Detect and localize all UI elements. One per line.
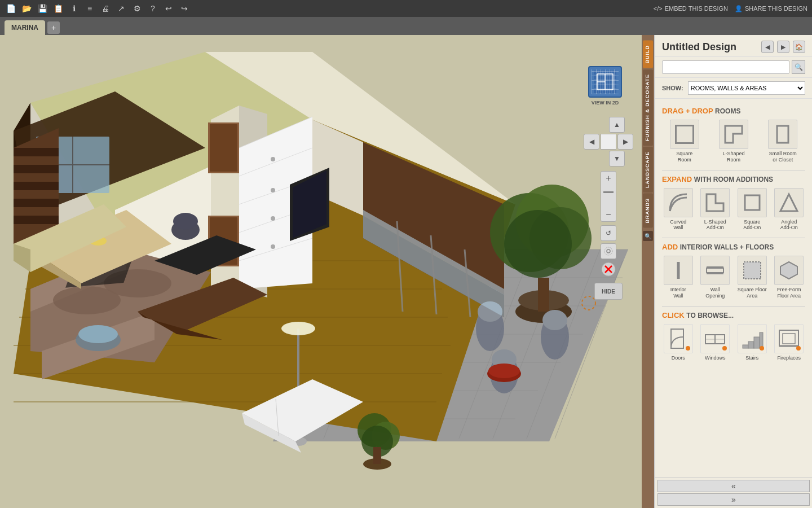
gear-icon [603,246,614,256]
svg-rect-90 [14,148,59,156]
help-icon[interactable]: ? [147,2,159,15]
square-room-shape [675,125,694,144]
windows-item[interactable]: Windows [699,324,732,361]
square-addon-label: SquareAdd-On [743,219,761,231]
save-icon[interactable]: 💾 [36,2,48,15]
zoom-slider[interactable]: + − [601,171,616,222]
small-room-item[interactable]: Small Roomor Closet [761,120,805,163]
panel-title: Untitled Design [662,41,736,53]
panel-search: 🔍 [655,57,812,78]
panel-search-input[interactable] [662,60,789,74]
search-tab[interactable]: 🔍 [643,231,653,241]
embed-btn[interactable]: </> EMBED THIS DESIGN [654,5,728,12]
square-room-item[interactable]: SquareRoom [662,120,707,163]
show-dropdown[interactable]: ROOMS, WALLS & AREAS [688,81,805,95]
freeform-floor-label: Free-FormFloor Area [777,287,801,299]
tab-name: MARINA [11,24,38,32]
svg-rect-91 [14,165,59,173]
fireplace-orange-dot [796,346,801,351]
furnish-tab[interactable]: FURNISH & DECORATE [643,69,653,146]
interior-grid: InteriorWall WallOpening [662,256,805,299]
square-addon-shape [742,192,763,213]
panel-expand-button[interactable]: » [657,493,810,506]
panel-content: DRAG + DROP ROOMS SquareRoom [655,99,812,477]
build-tab[interactable]: BUILD [643,41,653,68]
brands-tab[interactable]: BRANDS [643,194,653,228]
panel-bottom-buttons: « » [655,477,812,508]
nav-row-top: ▲ [592,117,625,133]
drag-drop-normal: ROOMS [715,107,740,115]
browse-highlight: CLICK [662,311,685,319]
interior-wall-shape [668,260,689,281]
angled-addon-label: AngledAdd-On [780,219,798,231]
zoom-in-button[interactable]: + [606,173,611,183]
design-canvas[interactable]: VIEW IN 2D ▲ ◀ ▶ ▼ + − ↺ [0,35,642,508]
fireplaces-item[interactable]: Fireplaces [773,324,806,361]
blueprint-icon [588,66,622,98]
svg-rect-94 [14,216,59,224]
toolbar-right: </> EMBED THIS DESIGN 👤 SHARE THIS DESIG… [654,5,807,12]
save-as-icon[interactable]: 📋 [52,2,64,15]
hide-button[interactable]: HIDE [594,283,623,300]
nav-up-button[interactable]: ▲ [609,117,625,133]
zoom-out-button[interactable]: − [606,209,611,220]
embed-label[interactable]: EMBED THIS DESIGN [665,5,728,12]
square-floor-icon [738,256,767,285]
new-file-icon[interactable]: 📄 [5,2,17,15]
print-icon[interactable]: 🖨 [99,2,112,15]
info-icon[interactable]: ℹ [68,2,80,15]
open-file-icon[interactable]: 📂 [20,2,33,15]
square-addon-item[interactable]: SquareAdd-On [736,188,769,231]
nav-left-button[interactable]: ◀ [584,134,599,150]
search-button[interactable]: 🔍 [792,60,805,74]
browse-section-header: CLICK TO BROWSE... [662,311,805,319]
nav-right-button[interactable]: ▶ [617,134,633,150]
share-label[interactable]: SHARE THIS DESIGN [745,5,807,12]
undo-icon[interactable]: ↩ [162,2,175,15]
marina-tab[interactable]: MARINA [5,20,45,35]
list-icon[interactable]: ≡ [83,2,96,15]
export-icon[interactable]: ↗ [115,2,127,15]
redo-icon[interactable]: ↪ [178,2,191,15]
stairs-item[interactable]: Stairs [736,324,769,361]
nav-row-middle: ◀ ▶ [584,134,633,150]
doors-item[interactable]: Doors [662,324,695,361]
svg-point-122 [607,249,610,253]
panel-back-button[interactable]: ◀ [761,41,774,53]
small-room-shape [772,124,793,145]
l-shaped-addon-item[interactable]: L-ShapedAdd-On [699,188,732,231]
freeform-floor-item[interactable]: Free-FormFloor Area [773,256,806,299]
square-floor-item[interactable]: Square FloorArea [736,256,769,299]
drag-drop-highlight: DRAG + DROP [662,107,713,115]
curved-wall-item[interactable]: CurvedWall [662,188,695,231]
wall-opening-item[interactable]: WallOpening [699,256,732,299]
nav-settings-button[interactable] [601,243,616,259]
windows-label: Windows [705,355,726,361]
add-tab-button[interactable]: + [47,21,60,34]
reset-view-button[interactable]: ↺ [601,225,616,241]
svg-rect-106 [373,447,381,464]
panel-forward-button[interactable]: ▶ [777,41,789,53]
drag-drop-grid: SquareRoom L-ShapedRoom [662,120,805,163]
share-btn[interactable]: 👤 SHARE THIS DESIGN [735,5,807,12]
share-icon: 👤 [735,5,743,12]
nav-down-button[interactable]: ▼ [609,151,625,167]
landscape-tab[interactable]: LANDSCAPE [643,147,653,192]
square-floor-label: Square FloorArea [738,287,767,299]
fireplaces-icon [774,324,804,353]
divider-3 [662,306,805,306]
curved-wall-icon [664,188,693,217]
svg-rect-93 [14,199,59,207]
square-room-icon [670,120,699,149]
svg-rect-40 [210,124,237,172]
view-in-2d-button[interactable]: VIEW IN 2D [585,66,625,106]
svg-rect-145 [783,334,795,344]
l-shaped-room-item[interactable]: L-ShapedRoom [711,120,756,163]
interior-wall-item[interactable]: InteriorWall [662,256,695,299]
panel-collapse-button[interactable]: « [657,480,810,492]
wall-opening-label: WallOpening [705,287,725,299]
angled-addon-item[interactable]: AngledAdd-On [773,188,806,231]
settings-icon[interactable]: ⚙ [131,2,143,15]
panel-home-button[interactable]: 🏠 [793,41,805,53]
doors-icon [664,324,693,353]
